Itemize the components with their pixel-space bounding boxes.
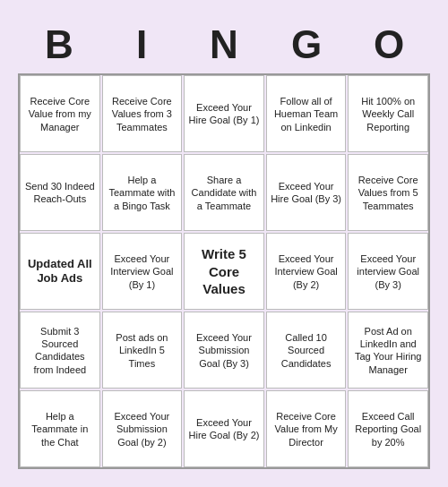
bingo-cell-11[interactable]: Exceed Your Interview Goal (By 1) [102, 233, 183, 310]
bingo-cell-18[interactable]: Called 10 Sourced Candidates [266, 312, 347, 389]
bingo-cell-21[interactable]: Exceed Your Submission Goal (by 2) [102, 390, 183, 467]
bingo-cell-5[interactable]: Send 30 Indeed Reach-Outs [20, 154, 100, 231]
bingo-cell-9[interactable]: Receive Core Values from 5 Teammates [348, 154, 428, 231]
bingo-cell-13[interactable]: Exceed Your Interview Goal (By 2) [266, 233, 347, 310]
bingo-header: BINGO [18, 18, 430, 73]
bingo-cell-23[interactable]: Receive Core Value from My Director [266, 390, 347, 467]
bingo-letter-b: B [18, 18, 100, 73]
bingo-letter-n: N [183, 18, 265, 73]
bingo-cell-19[interactable]: Post Ad on LinkedIn and Tag Your Hiring … [348, 312, 428, 389]
bingo-cell-7[interactable]: Share a Candidate with a Teammate [184, 154, 264, 231]
bingo-cell-1[interactable]: Receive Core Values from 3 Teammates [102, 75, 183, 152]
bingo-cell-15[interactable]: Submit 3 Sourced Candidates from Indeed [20, 312, 100, 389]
bingo-cell-6[interactable]: Help a Teammate with a Bingo Task [102, 154, 183, 231]
bingo-cell-0[interactable]: Receive Core Value from my Manager [20, 75, 100, 152]
bingo-letter-g: G [265, 18, 348, 73]
bingo-cell-16[interactable]: Post ads on LinkedIn 5 Times [102, 312, 183, 389]
bingo-cell-22[interactable]: Exceed Your Hire Goal (By 2) [184, 390, 264, 467]
bingo-cell-14[interactable]: Exceed Your interview Goal (By 3) [348, 233, 428, 310]
bingo-cell-12[interactable]: Write 5 Core Values [184, 233, 264, 310]
bingo-cell-20[interactable]: Help a Teammate in the Chat [20, 390, 100, 467]
bingo-cell-17[interactable]: Exceed Your Submission Goal (By 3) [184, 312, 264, 389]
bingo-cell-3[interactable]: Follow all of Hueman Team on Linkedin [266, 75, 347, 152]
bingo-cell-2[interactable]: Exceed Your Hire Goal (By 1) [184, 75, 264, 152]
bingo-cell-24[interactable]: Exceed Call Reporting Goal by 20% [348, 390, 428, 467]
bingo-letter-o: O [348, 18, 430, 73]
bingo-cell-10[interactable]: Updated All Job Ads [20, 233, 100, 310]
bingo-card: BINGO Receive Core Value from my Manager… [9, 9, 439, 479]
bingo-cell-4[interactable]: Hit 100% on Weekly Call Reporting [348, 75, 428, 152]
bingo-cell-8[interactable]: Exceed Your Hire Goal (By 3) [266, 154, 347, 231]
bingo-letter-i: I [100, 18, 183, 73]
bingo-grid: Receive Core Value from my ManagerReceiv… [18, 73, 430, 469]
